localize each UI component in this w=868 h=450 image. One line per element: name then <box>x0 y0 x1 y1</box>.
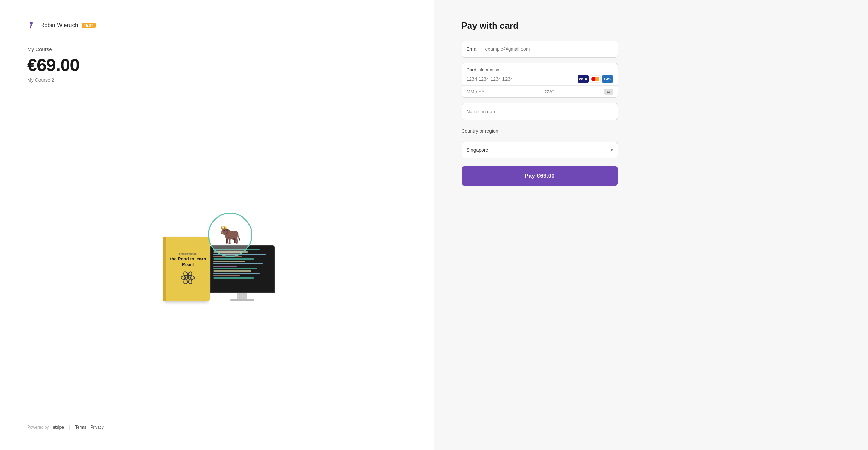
cvc-row: 123 <box>540 86 618 97</box>
chevron-down-icon: ▾ <box>611 147 613 153</box>
country-label: Country or region <box>462 128 618 134</box>
name-input[interactable] <box>462 103 618 120</box>
svg-point-1 <box>187 276 190 279</box>
email-group: Email <box>462 41 618 58</box>
country-select[interactable]: Singapore United States United Kingdom A… <box>467 147 611 153</box>
privacy-link[interactable]: Privacy <box>90 425 103 430</box>
circle-overlay: 🐂 <box>208 213 252 257</box>
right-panel: Pay with card Email Card information VIS… <box>434 0 868 450</box>
brand-name: Robin Wieruch <box>40 22 78 29</box>
left-footer: Powered by stripe Terms Privacy <box>27 424 407 430</box>
stripe-logo: stripe <box>53 424 64 430</box>
monitor-stand-base <box>230 299 254 301</box>
left-panel: Robin Wieruch TEST My Course €69.00 My C… <box>0 0 434 450</box>
card-number-input[interactable] <box>467 76 578 82</box>
course-subtitle: My Course 2 <box>27 77 407 83</box>
react-logo-icon <box>180 270 195 285</box>
cvc-icon-label: 123 <box>607 91 611 93</box>
visa-icon: VISA <box>578 75 589 83</box>
email-label: Email <box>467 46 485 52</box>
book-title: the Road to learn React <box>169 256 207 268</box>
product-image-area: 🐂 by robin wieruch the Road to learn Rea… <box>27 99 407 408</box>
svg-point-0 <box>30 22 33 25</box>
pay-title: Pay with card <box>462 20 841 31</box>
email-row: Email <box>462 41 618 57</box>
pay-button[interactable]: Pay €69.00 <box>462 166 618 186</box>
monitor-stand-neck <box>237 293 247 299</box>
test-badge: TEST <box>82 23 96 28</box>
course-price: €69.00 <box>27 55 407 75</box>
card-expiry-cvc: 123 <box>462 86 618 97</box>
email-input[interactable] <box>485 46 613 52</box>
circle-icon: 🐂 <box>219 225 241 245</box>
brand-header: Robin Wieruch TEST <box>27 20 407 30</box>
amex-icon: AMEX <box>602 75 613 83</box>
card-number-row: VISA AMEX <box>462 73 618 86</box>
mastercard-icon <box>590 75 601 83</box>
expiry-input[interactable] <box>467 89 535 94</box>
course-title: My Course <box>27 46 407 52</box>
footer-divider <box>69 425 70 430</box>
card-info-group: Card information VISA AMEX <box>462 63 618 98</box>
terms-link[interactable]: Terms <box>75 425 86 430</box>
illustration: 🐂 by robin wieruch the Road to learn Rea… <box>159 206 275 301</box>
expiry-row <box>462 86 540 97</box>
brand-icon <box>27 20 37 30</box>
name-group <box>462 103 618 120</box>
cvc-input[interactable] <box>545 89 602 94</box>
card-icons: VISA AMEX <box>578 75 613 83</box>
book: by robin wieruch the Road to learn React <box>166 237 210 301</box>
powered-by-text: Powered by <box>27 425 49 430</box>
book-author: by robin wieruch <box>179 253 197 255</box>
payment-form: Email Card information VISA AMEX <box>462 41 618 186</box>
country-select-group: Singapore United States United Kingdom A… <box>462 142 618 158</box>
book-spine <box>163 237 166 301</box>
cvc-icon: 123 <box>604 89 613 95</box>
card-info-label: Card information <box>462 63 618 73</box>
